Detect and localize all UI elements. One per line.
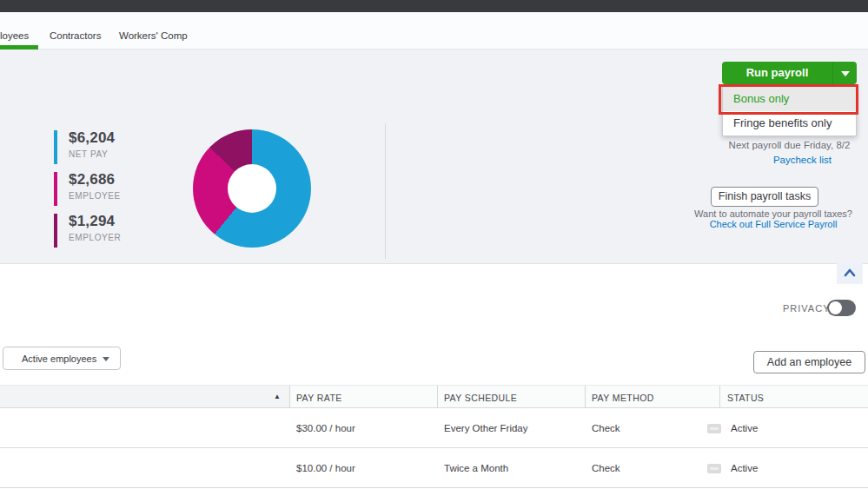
legend-color-bar	[54, 172, 57, 206]
collapse-panel-button[interactable]	[837, 262, 863, 284]
legend-item-net-pay: $6,204 NET PAY	[54, 130, 121, 164]
employee-filter-value: Active employees	[22, 354, 96, 364]
employee-filter-select[interactable]: Active employees	[3, 347, 121, 370]
tab-employees[interactable]: loyees	[0, 30, 29, 41]
payroll-overview-screen: loyees Contractors Workers' Comp $6,204 …	[0, 0, 868, 489]
automate-taxes-text: Want to automate your payroll taxes?	[687, 208, 859, 219]
pay-rate-cell: $10.00 / hour	[296, 448, 355, 488]
pay-schedule-cell: Twice a Month	[444, 448, 508, 488]
pay-method-column-header[interactable]: PAY METHOD	[592, 393, 654, 403]
pay-method-cell: Check	[592, 448, 620, 488]
tab-workers-comp[interactable]: Workers' Comp	[119, 30, 188, 41]
employee-table-row[interactable]: $10.00 / hour Twice a Month Check Active	[0, 448, 868, 488]
employer-value: $1,294	[69, 214, 121, 229]
next-payroll-due-text: Next payroll due Friday, 8/2	[722, 140, 857, 150]
full-service-payroll-link[interactable]: Check out Full Service Payroll	[687, 219, 859, 229]
finish-payroll-tasks-button[interactable]: Finish payroll tasks	[711, 187, 818, 207]
payroll-donut	[193, 129, 311, 248]
status-cell: Active	[731, 408, 758, 448]
employer-label: EMPLOYER	[69, 233, 121, 242]
payroll-summary-panel: $6,204 NET PAY $2,686 EMPLOYEE $1,294 EM…	[0, 50, 868, 264]
legend-item-employer: $1,294 EMPLOYER	[54, 214, 121, 248]
privacy-toggle[interactable]	[827, 300, 856, 316]
tab-bar: loyees Contractors Workers' Comp	[0, 12, 868, 50]
sort-ascending-icon: ▲	[274, 393, 281, 400]
top-navigation-bar	[0, 0, 868, 12]
envelope-icon	[707, 464, 721, 473]
menu-item-bonus-only[interactable]: Bonus only	[723, 87, 856, 111]
employee-label: EMPLOYEE	[69, 191, 121, 201]
run-payroll-label: Run payroll	[722, 62, 832, 84]
legend-color-bar	[54, 130, 57, 164]
pay-schedule-cell: Every Other Friday	[444, 408, 528, 448]
column-divider	[585, 386, 586, 407]
run-payroll-menu: Bonus only Fringe benefits only	[722, 86, 857, 136]
column-divider	[437, 386, 438, 407]
net-pay-label: NET PAY	[69, 149, 115, 159]
privacy-label: PRIVACY	[783, 303, 830, 314]
status-column-header[interactable]: STATUS	[727, 393, 764, 403]
employee-table-header: ▲ PAY RATE PAY SCHEDULE PAY METHOD STATU…	[0, 385, 868, 408]
column-divider	[719, 386, 720, 407]
chevron-down-icon	[103, 357, 109, 361]
payroll-cost-legend: $6,204 NET PAY $2,686 EMPLOYEE $1,294 EM…	[54, 130, 121, 255]
run-payroll-dropdown-arrow[interactable]	[832, 62, 857, 84]
chevron-up-icon	[844, 268, 856, 277]
legend-item-employee: $2,686 EMPLOYEE	[54, 172, 121, 206]
pay-method-cell: Check	[592, 408, 620, 448]
toggle-knob	[829, 301, 842, 314]
chevron-down-icon	[841, 71, 850, 76]
net-pay-value: $6,204	[69, 130, 115, 146]
paycheck-list-link[interactable]: Paycheck list	[722, 155, 832, 165]
pay-schedule-column-header[interactable]: PAY SCHEDULE	[444, 393, 517, 403]
menu-item-fringe-benefits-only[interactable]: Fringe benefits only	[723, 111, 856, 135]
status-cell: Active	[731, 448, 758, 488]
employee-table-row[interactable]: $30.00 / hour Every Other Friday Check A…	[0, 408, 868, 448]
envelope-icon	[707, 424, 721, 433]
tab-contractors[interactable]: Contractors	[50, 30, 101, 41]
pay-rate-column-header[interactable]: PAY RATE	[296, 393, 342, 403]
column-divider	[289, 386, 290, 407]
panel-divider	[385, 123, 386, 259]
add-employee-button[interactable]: Add an employee	[753, 351, 865, 373]
run-payroll-button[interactable]: Run payroll	[722, 62, 857, 84]
name-column-header[interactable]: ▲	[0, 386, 289, 407]
legend-color-bar	[54, 214, 57, 248]
pay-rate-cell: $30.00 / hour	[296, 408, 355, 448]
employee-value: $2,686	[69, 172, 121, 188]
